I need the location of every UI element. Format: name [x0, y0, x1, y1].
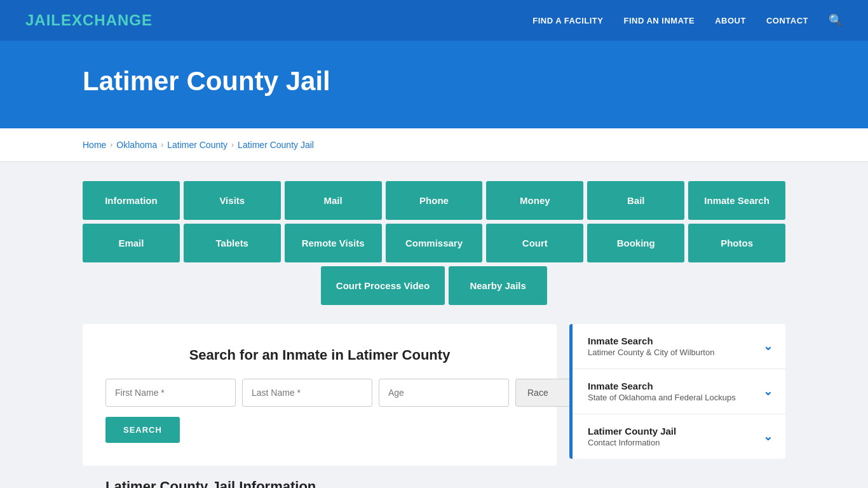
logo-exchange: EXCHANGE [61, 11, 153, 29]
btn-commissary[interactable]: Commissary [386, 224, 483, 262]
search-icon[interactable]: 🔍 [829, 13, 843, 27]
btn-tablets[interactable]: Tablets [184, 224, 281, 262]
btn-photos[interactable]: Photos [688, 224, 785, 262]
nav-find-inmate[interactable]: FIND AN INMATE [623, 16, 695, 25]
btn-court[interactable]: Court [486, 224, 583, 262]
sidebar-item-1-text: Inmate Search Latimer County & City of W… [588, 336, 714, 357]
sidebar-item-3-title: Latimer County Jail [588, 426, 676, 437]
sidebar-item-2-sub: State of Oklahoma and Federal Lockups [588, 393, 736, 402]
first-name-input[interactable] [105, 379, 236, 407]
button-grid-row2: Email Tablets Remote Visits Commissary C… [83, 224, 785, 262]
nav-contact[interactable]: CONTACT [766, 16, 808, 25]
content-row: Search for an Inmate in Latimer County R… [83, 324, 785, 488]
breadcrumb-oklahoma[interactable]: Oklahoma [116, 140, 157, 150]
button-grid-row3: Court Process Video Nearby Jails [83, 266, 785, 305]
chevron-down-icon-2: ⌄ [763, 384, 773, 398]
sidebar-item-1[interactable]: Inmate Search Latimer County & City of W… [573, 324, 785, 369]
section-title: Latimer County Jail Information [83, 466, 557, 488]
inmate-search-box: Search for an Inmate in Latimer County R… [83, 324, 557, 466]
sidebar-item-3-sub: Contact Information [588, 438, 676, 447]
btn-bail[interactable]: Bail [587, 181, 684, 220]
chevron-down-icon-1: ⌄ [763, 339, 773, 353]
breadcrumb-sep-1: › [110, 140, 112, 149]
hero-section: Latimer County Jail [0, 41, 868, 128]
btn-remote-visits[interactable]: Remote Visits [285, 224, 382, 262]
breadcrumb-sep-2: › [161, 140, 163, 149]
sidebar-item-1-sub: Latimer County & City of Wilburton [588, 348, 714, 357]
sidebar: Inmate Search Latimer County & City of W… [569, 324, 785, 459]
sidebar-item-3[interactable]: Latimer County Jail Contact Information … [573, 414, 785, 459]
logo[interactable]: JAILEXCHANGE [25, 11, 153, 29]
main-content: Information Visits Mail Phone Money Bail… [0, 162, 868, 488]
search-title: Search for an Inmate in Latimer County [105, 347, 534, 363]
breadcrumb-sep-3: › [231, 140, 234, 149]
sidebar-item-2-title: Inmate Search [588, 381, 736, 391]
search-button[interactable]: SEARCH [105, 417, 180, 443]
nav-about[interactable]: ABOUT [715, 16, 746, 25]
nav: FIND A FACILITY FIND AN INMATE ABOUT CON… [532, 13, 843, 27]
sidebar-item-2-text: Inmate Search State of Oklahoma and Fede… [588, 381, 736, 402]
btn-money[interactable]: Money [486, 181, 583, 220]
btn-visits[interactable]: Visits [184, 181, 281, 220]
btn-nearby-jails[interactable]: Nearby Jails [449, 266, 547, 305]
btn-inmate-search[interactable]: Inmate Search [688, 181, 785, 220]
header: JAILEXCHANGE FIND A FACILITY FIND AN INM… [0, 0, 868, 41]
btn-court-process-video[interactable]: Court Process Video [321, 266, 445, 305]
breadcrumb-current: Latimer County Jail [238, 140, 314, 150]
logo-jail: JAIL [25, 11, 61, 29]
breadcrumb-home[interactable]: Home [83, 140, 106, 150]
last-name-input[interactable] [242, 379, 372, 407]
age-input[interactable] [379, 379, 509, 407]
btn-email[interactable]: Email [83, 224, 180, 262]
breadcrumb: Home › Oklahoma › Latimer County › Latim… [0, 128, 868, 162]
chevron-down-icon-3: ⌄ [763, 430, 773, 444]
btn-booking[interactable]: Booking [587, 224, 684, 262]
sidebar-item-3-text: Latimer County Jail Contact Information [588, 426, 676, 447]
sidebar-item-1-title: Inmate Search [588, 336, 714, 346]
sidebar-item-2[interactable]: Inmate Search State of Oklahoma and Fede… [573, 369, 785, 414]
page-title: Latimer County Jail [83, 66, 785, 97]
sidebar-card: Inmate Search Latimer County & City of W… [569, 324, 785, 459]
btn-phone[interactable]: Phone [386, 181, 483, 220]
button-grid-row1: Information Visits Mail Phone Money Bail… [83, 181, 785, 220]
breadcrumb-latimer-county[interactable]: Latimer County [167, 140, 227, 150]
btn-mail[interactable]: Mail [285, 181, 382, 220]
nav-find-facility[interactable]: FIND A FACILITY [532, 16, 603, 25]
search-form-row1: Race White Black Hispanic Asian Other [105, 379, 534, 407]
left-column: Search for an Inmate in Latimer County R… [83, 324, 557, 488]
btn-information[interactable]: Information [83, 181, 180, 220]
